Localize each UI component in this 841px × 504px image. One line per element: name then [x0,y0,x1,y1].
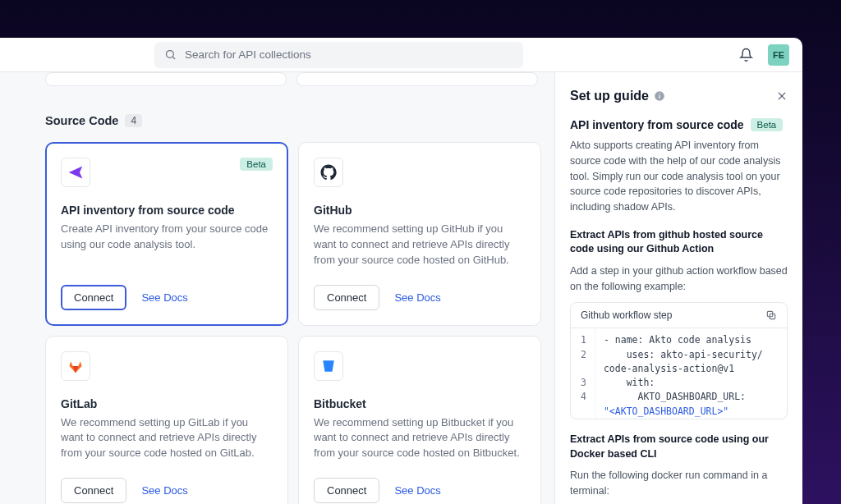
topbar-right: FE [739,44,789,66]
close-icon[interactable] [776,90,788,102]
card-desc: We recommend setting up Bitbucket if you… [314,415,526,462]
main-content: Source Code 4 Beta API inventory from so… [0,72,554,504]
guide-header: Set up guide [570,89,788,103]
card-title: GitLab [61,397,273,410]
card-github[interactable]: GitHub We recommend setting up GitHub if… [298,142,541,326]
guide-subheader: API inventory from source code [570,118,744,131]
see-docs-link[interactable]: See Docs [141,291,187,304]
app-frame: Search for API collections FE Source Cod… [0,38,802,504]
search-input[interactable]: Search for API collections [154,42,523,68]
guide-section-text: Run the following docker run command in … [570,468,788,499]
card-gitlab[interactable]: GitLab We recommend setting up GitLab if… [45,336,288,504]
beta-badge: Beta [240,158,273,171]
connect-button[interactable]: Connect [314,285,379,310]
connect-button[interactable]: Connect [61,478,126,503]
card-placeholder[interactable] [45,72,287,86]
code-block-github: Github workflow step 12345 - name: Akto … [570,302,788,419]
guide-section-text: Add a step in your github action workflo… [570,263,788,295]
card-bitbucket[interactable]: Bitbucket We recommend setting up Bitbuc… [298,336,541,504]
svg-point-0 [167,51,174,58]
card-title: GitHub [314,204,526,217]
bell-icon[interactable] [739,48,753,62]
see-docs-link[interactable]: See Docs [394,291,440,304]
card-desc: We recommend setting up GitLab if you wa… [61,415,273,462]
guide-title: Set up guide [570,89,649,103]
setup-guide-panel: Set up guide API inventory from source c… [554,72,802,504]
connect-button[interactable]: Connect [61,285,126,310]
guide-section-title: Extract APIs from source code using our … [570,433,788,461]
github-icon [314,158,343,187]
card-desc: Create API inventory from your source co… [61,222,273,268]
beta-badge: Beta [751,118,784,131]
search-icon [164,48,177,61]
body: Source Code 4 Beta API inventory from so… [0,72,802,504]
svg-line-1 [172,57,175,59]
svg-point-4 [659,93,659,94]
code-title: Github workflow step [581,309,672,321]
card-api-inventory[interactable]: Beta API inventory from source code Crea… [45,142,288,326]
gitlab-icon [61,351,90,381]
topbar: Search for API collections FE [0,38,802,72]
copy-icon[interactable] [765,309,777,321]
card-desc: We recommend setting up GitHub if you wa… [314,222,526,268]
card-title: Bitbucket [314,397,526,410]
card-grid: Beta API inventory from source code Crea… [45,142,554,504]
card-title: API inventory from source code [61,204,273,217]
see-docs-link[interactable]: See Docs [141,484,187,497]
info-icon [654,90,665,102]
avatar[interactable]: FE [768,44,789,66]
code-body[interactable]: 12345 - name: Akto code analysis uses: a… [571,328,787,419]
bitbucket-icon [314,351,343,381]
section-header: Source Code 4 [45,114,554,127]
section-title: Source Code [45,114,118,127]
search-placeholder: Search for API collections [185,48,311,61]
svg-rect-3 [659,95,659,99]
previous-section-cards [45,72,554,86]
plane-icon [61,158,90,187]
card-placeholder[interactable] [296,72,538,86]
section-count-badge: 4 [125,114,142,127]
guide-section-title: Extract APIs from github hosted source c… [570,228,788,257]
guide-intro: Akto supports creating API inventory fro… [570,138,788,215]
connect-button[interactable]: Connect [314,478,379,503]
see-docs-link[interactable]: See Docs [394,484,440,497]
